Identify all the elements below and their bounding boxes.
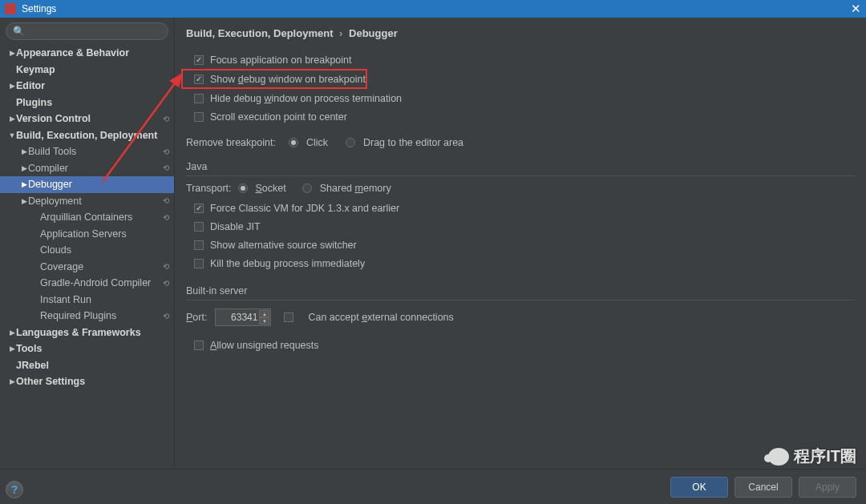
- allow-unsigned-row[interactable]: Allow unsigned requests: [186, 336, 855, 354]
- tree-item-jrebel[interactable]: JRebel: [0, 357, 174, 374]
- show-debug-window-label: Show debug window on breakpoint: [210, 74, 366, 85]
- tree-item-coverage[interactable]: Coverage⟲: [0, 259, 174, 276]
- tree-arrow-icon: ▼: [8, 131, 16, 139]
- tree-item-label: Build, Execution, Deployment: [16, 130, 169, 141]
- radio-shared-memory[interactable]: [302, 183, 312, 193]
- ok-button[interactable]: OK: [670, 477, 728, 498]
- tree-item-other-settings[interactable]: ▶Other Settings: [0, 373, 174, 390]
- tree-arrow-icon: ▶: [20, 164, 28, 172]
- hide-debug-window-row[interactable]: Hide debug window on process termination: [186, 89, 855, 107]
- title-bar: Settings ✕: [0, 0, 866, 18]
- force-classic-vm-row[interactable]: Force Classic VM for JDK 1.3.x and earli…: [186, 199, 855, 217]
- alt-source-switcher-row[interactable]: Show alternative source switcher: [186, 236, 855, 254]
- radio-drag[interactable]: [346, 138, 355, 147]
- tree-arrow-icon: ▶: [8, 329, 16, 337]
- tree-item-label: JRebel: [16, 360, 169, 371]
- tree-item-editor[interactable]: ▶Editor: [0, 78, 174, 95]
- alt-source-switcher-label: Show alternative source switcher: [210, 240, 357, 251]
- port-spinner[interactable]: ▲▼: [259, 310, 269, 325]
- checkbox-icon[interactable]: [194, 240, 204, 250]
- reset-icon[interactable]: ⟲: [163, 163, 169, 172]
- section-java: Java: [186, 161, 855, 176]
- remove-breakpoint-label: Remove breakpoint:: [186, 137, 276, 148]
- tree-item-appearance-behavior[interactable]: ▶Appearance & Behavior: [0, 45, 174, 62]
- tree-item-build-execution-deployment[interactable]: ▼Build, Execution, Deployment: [0, 127, 174, 144]
- tree-item-keymap[interactable]: Keymap: [0, 62, 174, 79]
- checkbox-icon[interactable]: [194, 112, 204, 122]
- reset-icon[interactable]: ⟲: [163, 196, 169, 205]
- tree-item-arquillian-containers[interactable]: Arquillian Containers⟲: [0, 209, 174, 226]
- tree-item-label: Application Servers: [40, 228, 169, 240]
- watermark: 程序IT圈: [768, 446, 856, 467]
- kill-debug-process-label: Kill the debug process immediately: [210, 258, 365, 269]
- apply-button[interactable]: Apply: [799, 477, 856, 498]
- tree-item-tools[interactable]: ▶Tools: [0, 341, 174, 357]
- tree-item-gradle-android-compiler[interactable]: Gradle-Android Compiler⟲: [0, 275, 174, 292]
- search-input-wrap[interactable]: 🔍: [6, 22, 168, 40]
- radio-socket[interactable]: [238, 183, 248, 193]
- tree-item-label: Debugger: [28, 179, 169, 190]
- port-input[interactable]: 63341 ▲▼: [215, 308, 271, 326]
- tree-item-label: Keymap: [16, 64, 169, 75]
- reset-icon[interactable]: ⟲: [163, 213, 169, 222]
- tree-item-plugins[interactable]: Plugins: [0, 95, 174, 111]
- tree-item-label: Tools: [16, 343, 169, 354]
- tree-item-instant-run[interactable]: Instant Run: [0, 292, 174, 308]
- section-builtin-server: Built-in server: [186, 285, 855, 300]
- radio-click[interactable]: [289, 138, 298, 147]
- tree-arrow-icon: ▶: [8, 82, 16, 90]
- scroll-center-row[interactable]: Scroll execution point to center: [186, 107, 855, 126]
- checkbox-icon[interactable]: [194, 222, 204, 232]
- focus-breakpoint-row[interactable]: Focus application on breakpoint: [186, 50, 855, 69]
- sidebar: 🔍 ▶Appearance & BehaviorKeymap▶EditorPlu…: [0, 18, 175, 469]
- tree-item-label: Other Settings: [16, 376, 169, 387]
- reset-icon[interactable]: ⟲: [163, 312, 169, 321]
- help-button[interactable]: ?: [6, 481, 23, 498]
- kill-debug-process-row[interactable]: Kill the debug process immediately: [186, 254, 855, 272]
- tree-item-label: Build Tools: [28, 146, 160, 157]
- tree-item-label: Clouds: [40, 244, 169, 256]
- checkbox-icon[interactable]: [194, 55, 204, 65]
- port-label: Port:: [186, 312, 207, 323]
- reset-icon[interactable]: ⟲: [163, 262, 169, 271]
- tree-item-label: Plugins: [16, 97, 169, 108]
- tree-item-label: Deployment: [28, 196, 160, 207]
- tree-item-version-control[interactable]: ▶Version Control⟲: [0, 111, 174, 127]
- tree-item-label: Editor: [16, 80, 169, 91]
- tree-item-clouds[interactable]: Clouds: [0, 242, 174, 259]
- checkbox-icon[interactable]: [194, 94, 204, 103]
- reset-icon[interactable]: ⟲: [163, 115, 169, 123]
- checkbox-icon[interactable]: [194, 75, 204, 84]
- breadcrumb: Build, Execution, Deployment › Debugger: [175, 18, 866, 42]
- radio-drag-label: Drag to the editor area: [363, 137, 463, 148]
- watermark-text: 程序IT圈: [794, 446, 856, 467]
- tree-item-debugger[interactable]: ▶Debugger: [0, 176, 174, 193]
- tree-item-application-servers[interactable]: Application Servers: [0, 226, 174, 243]
- tree-item-build-tools[interactable]: ▶Build Tools⟲: [0, 143, 174, 160]
- accept-external-label: Can accept external connections: [308, 312, 453, 323]
- app-icon: [5, 3, 16, 14]
- checkbox-icon[interactable]: [284, 312, 293, 322]
- search-input[interactable]: [28, 26, 161, 37]
- tree-arrow-icon: ▶: [8, 345, 16, 353]
- checkbox-icon[interactable]: [194, 341, 204, 350]
- tree-item-compiler[interactable]: ▶Compiler⟲: [0, 160, 174, 177]
- allow-unsigned-label: Allow unsigned requests: [210, 340, 319, 351]
- breadcrumb-parent[interactable]: Build, Execution, Deployment: [186, 27, 333, 39]
- remove-breakpoint-row: Remove breakpoint: Click Drag to the edi…: [186, 137, 855, 148]
- show-debug-window-row[interactable]: Show debug window on breakpoint: [181, 69, 367, 89]
- tree-item-required-plugins[interactable]: Required Plugins⟲: [0, 308, 174, 325]
- radio-shared-memory-label: Shared memory: [320, 183, 391, 194]
- reset-icon[interactable]: ⟲: [163, 279, 169, 288]
- tree-item-languages-frameworks[interactable]: ▶Languages & Frameworks: [0, 325, 174, 341]
- settings-content: Build, Execution, Deployment › Debugger …: [175, 18, 866, 469]
- cancel-button[interactable]: Cancel: [734, 477, 792, 498]
- tree-item-deployment[interactable]: ▶Deployment⟲: [0, 193, 174, 210]
- reset-icon[interactable]: ⟲: [163, 147, 169, 156]
- disable-jit-row[interactable]: Disable JIT: [186, 217, 855, 236]
- tree-item-label: Coverage: [40, 261, 160, 272]
- tree-item-label: Required Plugins: [40, 310, 160, 321]
- checkbox-icon[interactable]: [194, 259, 204, 268]
- checkbox-icon[interactable]: [194, 204, 204, 213]
- close-icon[interactable]: ✕: [851, 2, 861, 16]
